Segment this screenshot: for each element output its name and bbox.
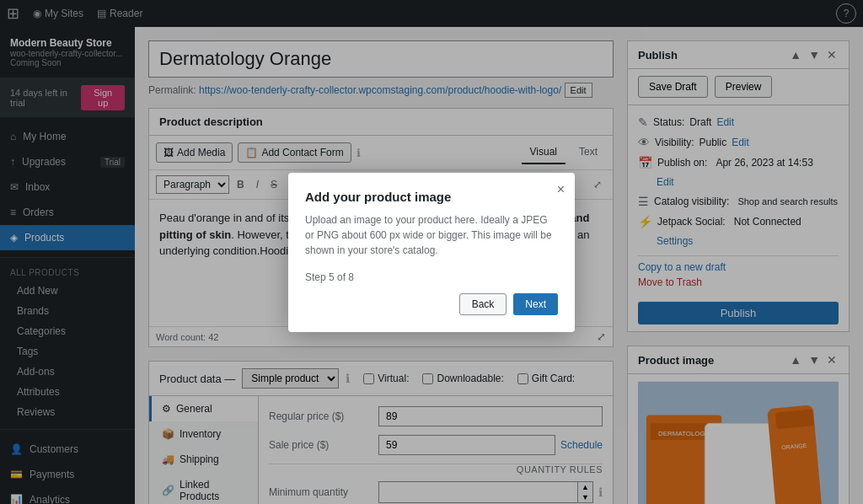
product-image-modal: × Add your product image Upload an image… xyxy=(288,173,575,332)
modal-actions: Back Next xyxy=(305,293,558,315)
modal-back-button[interactable]: Back xyxy=(459,293,507,315)
modal-overlay: × Add your product image Upload an image… xyxy=(0,0,863,504)
modal-close-button[interactable]: × xyxy=(557,183,565,196)
modal-title: Add your product image xyxy=(305,190,558,204)
modal-description: Upload an image to your product here. Id… xyxy=(305,212,558,258)
modal-next-button[interactable]: Next xyxy=(513,293,558,315)
modal-step: Step 5 of 8 xyxy=(305,271,558,283)
